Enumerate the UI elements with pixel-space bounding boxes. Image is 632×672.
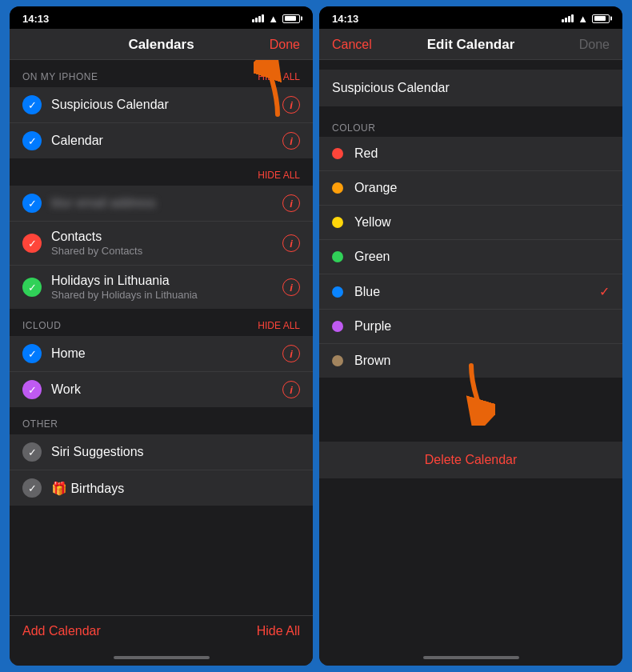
home-check: ✓	[22, 344, 42, 363]
right-status-bar: 14:13 ▲	[319, 6, 622, 29]
holidays-text: Holidays in Lithuania Shared by Holidays…	[51, 274, 282, 301]
blurred-account-group: ✓ blur email address i ✓ Contacts Shared…	[10, 186, 313, 309]
siri-check: ✓	[22, 442, 42, 462]
colour-orange-row[interactable]: Orange	[319, 171, 622, 206]
left-phone-screen: 14:13 ▲ Calendars Done ON MY IPHONE HIDE…	[10, 6, 313, 666]
calendar-check: ✓	[22, 131, 42, 150]
blurred-account-header: HIDE ALL	[10, 158, 313, 186]
right-signal-icon	[562, 14, 574, 22]
blurred-hide-all[interactable]: HIDE ALL	[258, 170, 300, 181]
contacts-info-btn[interactable]: i	[282, 234, 300, 252]
contacts-title: Contacts	[51, 230, 282, 244]
left-done-button[interactable]: Done	[252, 38, 300, 52]
cancel-button[interactable]: Cancel	[332, 38, 380, 52]
blurred-text-container: blur email address	[51, 196, 282, 210]
right-home-bar	[423, 656, 519, 659]
other-label: OTHER	[22, 418, 58, 430]
yellow-label: Yellow	[354, 215, 610, 230]
suspicious-check: ✓	[22, 95, 42, 114]
home-row[interactable]: ✓ Home i	[10, 336, 313, 372]
delete-calendar-button[interactable]: Delete Calendar	[319, 442, 622, 478]
home-text: Home	[51, 346, 282, 361]
colour-section: COLOUR Red Orange Yellow	[319, 116, 622, 378]
work-title: Work	[51, 382, 282, 397]
holidays-info-btn[interactable]: i	[282, 278, 300, 296]
yellow-dot	[332, 217, 343, 228]
brown-dot	[332, 355, 343, 366]
contacts-row[interactable]: ✓ Contacts Shared by Contacts i	[10, 222, 313, 266]
blurred-check: ✓	[22, 194, 42, 213]
holidays-title: Holidays in Lithuania	[51, 274, 282, 288]
right-scroll-content: Suspicious Calendar COLOUR Red Orange	[319, 60, 622, 650]
icloud-header: ICLOUD HIDE ALL	[10, 309, 313, 336]
add-calendar-button[interactable]: Add Calendar	[22, 624, 101, 638]
colour-yellow-row[interactable]: Yellow	[319, 206, 622, 240]
colour-header: COLOUR	[319, 116, 622, 137]
blurred-title: blur email address	[51, 196, 282, 210]
suspicious-text: Suspicious Calendar	[51, 98, 282, 112]
birthdays-text: 🎁 Birthdays	[51, 481, 300, 496]
orange-arrow-down	[447, 362, 495, 426]
holidays-subtitle: Shared by Holidays in Lithuania	[51, 289, 282, 301]
red-dot	[332, 148, 343, 159]
blue-label: Blue	[354, 285, 599, 299]
green-dot	[332, 251, 343, 262]
left-wifi-icon: ▲	[268, 13, 278, 25]
purple-dot	[332, 321, 343, 332]
colour-red-row[interactable]: Red	[319, 137, 622, 171]
colour-green-row[interactable]: Green	[319, 240, 622, 274]
siri-row[interactable]: ✓ Siri Suggestions	[10, 434, 313, 470]
work-check: ✓	[22, 380, 42, 399]
right-nav-bar: Cancel Edit Calendar Done	[319, 29, 622, 60]
orange-arrow-up	[254, 60, 302, 118]
right-done-button[interactable]: Done	[562, 38, 610, 52]
right-battery-icon	[592, 14, 610, 23]
siri-title: Siri Suggestions	[51, 445, 300, 459]
on-my-iphone-label: ON MY IPHONE	[22, 71, 98, 82]
calendar-text: Calendar	[51, 134, 282, 148]
colour-list: Red Orange Yellow Green	[319, 137, 622, 378]
blue-selected-check: ✓	[599, 284, 610, 299]
birthdays-check: ✓	[22, 478, 42, 498]
left-scroll-content: ON MY IPHONE HIDE ALL ✓ Suspicious Calen…	[10, 60, 313, 615]
orange-dot	[332, 182, 343, 194]
other-group: ✓ Siri Suggestions ✓ 🎁 Birthdays	[10, 434, 313, 506]
colour-label: COLOUR	[332, 122, 375, 134]
calendar-row[interactable]: ✓ Calendar i	[10, 123, 313, 158]
left-bottom-bar: Add Calendar Hide All	[10, 615, 313, 650]
work-info-btn[interactable]: i	[282, 381, 300, 398]
birthdays-row[interactable]: ✓ 🎁 Birthdays	[10, 470, 313, 506]
purple-label: Purple	[354, 319, 610, 334]
calendar-name-field[interactable]: Suspicious Calendar	[319, 70, 622, 106]
contacts-check: ✓	[22, 234, 42, 253]
calendar-name-value: Suspicious Calendar	[332, 81, 450, 94]
contacts-subtitle: Shared by Contacts	[51, 245, 282, 257]
left-nav-title: Calendars	[70, 37, 252, 53]
blurred-item-row[interactable]: ✓ blur email address i	[10, 186, 313, 222]
holidays-row[interactable]: ✓ Holidays in Lithuania Shared by Holida…	[10, 266, 313, 309]
left-battery-icon	[282, 14, 300, 23]
right-time: 14:13	[332, 13, 358, 25]
right-nav-title: Edit Calendar	[380, 37, 562, 53]
birthdays-title: 🎁 Birthdays	[51, 481, 300, 496]
colour-blue-row[interactable]: Blue ✓	[319, 274, 622, 310]
siri-text: Siri Suggestions	[51, 445, 300, 459]
right-phone-screen: 14:13 ▲ Cancel Edit Calendar Done Suspic…	[319, 6, 622, 666]
holidays-check: ✓	[22, 278, 42, 297]
calendar-info-btn[interactable]: i	[282, 132, 300, 150]
red-label: Red	[354, 146, 610, 161]
home-info-btn[interactable]: i	[282, 345, 300, 362]
orange-label: Orange	[354, 181, 610, 195]
colour-purple-row[interactable]: Purple	[319, 310, 622, 344]
calendar-title: Calendar	[51, 134, 282, 148]
icloud-hide-all[interactable]: HIDE ALL	[258, 320, 300, 331]
suspicious-title: Suspicious Calendar	[51, 98, 282, 112]
left-home-indicator	[10, 650, 313, 666]
blurred-info-btn[interactable]: i	[282, 194, 300, 212]
left-status-bar: 14:13 ▲	[10, 6, 313, 29]
hide-all-button[interactable]: Hide All	[257, 624, 300, 638]
other-header: OTHER	[10, 407, 313, 434]
home-title: Home	[51, 346, 282, 361]
work-row[interactable]: ✓ Work i	[10, 372, 313, 407]
left-time: 14:13	[22, 13, 49, 25]
